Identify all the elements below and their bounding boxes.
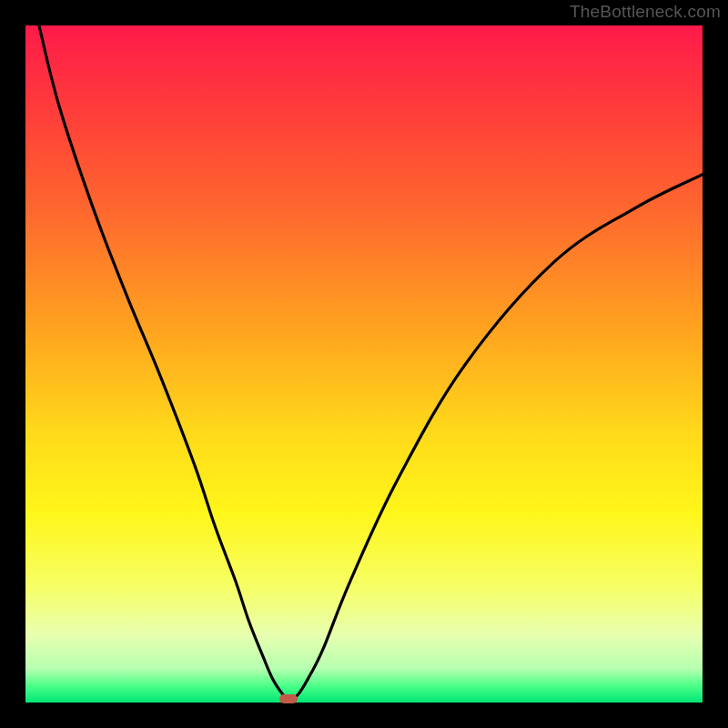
plot-area	[25, 25, 703, 703]
minimum-marker	[279, 694, 298, 703]
gradient-background	[25, 25, 703, 703]
chart-frame: TheBottleneck.com	[0, 0, 728, 728]
watermark-text: TheBottleneck.com	[570, 2, 721, 22]
svg-rect-0	[25, 25, 703, 703]
